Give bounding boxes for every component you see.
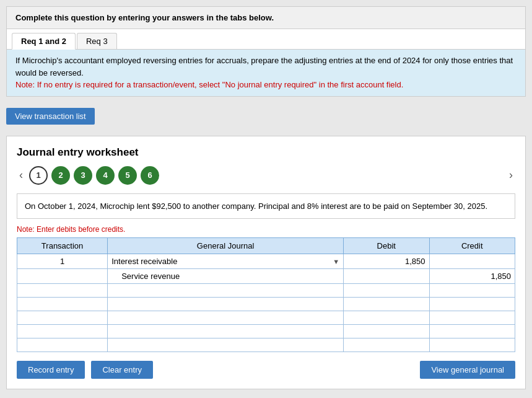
description-box: On October 1, 2024, Microchip lent $92,5… <box>17 193 515 219</box>
view-general-journal-button[interactable]: View general journal <box>420 361 515 379</box>
view-transaction-section: View transaction list <box>6 102 526 131</box>
instruction-text: Complete this question by entering your … <box>15 13 274 22</box>
tab-req-3[interactable]: Req 3 <box>77 33 117 49</box>
instruction-box: Complete this question by entering your … <box>6 6 526 29</box>
table-row: 1 Interest receivable ▼ 1,850 <box>17 254 515 269</box>
info-note-text: Note: If no entry is required for a tran… <box>15 79 517 91</box>
next-arrow-button[interactable]: › <box>507 169 515 182</box>
circle-1[interactable]: 1 <box>29 166 48 185</box>
debit-cell-7[interactable] <box>344 338 429 352</box>
tab-req-1-2[interactable]: Req 1 and 2 <box>12 33 76 50</box>
account-cell-4[interactable] <box>108 298 344 311</box>
record-entry-button[interactable]: Record entry <box>17 361 85 379</box>
page-wrapper: Complete this question by entering your … <box>6 6 526 398</box>
account-text-2: Service revenue <box>121 272 180 281</box>
note-debit-text: Note: Enter debits before credits. <box>17 225 515 234</box>
table-row <box>17 325 515 338</box>
circle-6[interactable]: 6 <box>141 166 159 185</box>
account-text-1: Interest receivable <box>111 257 330 266</box>
account-cell-3[interactable] <box>108 284 344 298</box>
account-cell-6[interactable] <box>108 325 344 338</box>
debit-cell-1[interactable]: 1,850 <box>344 254 429 269</box>
tabs-bar: Req 1 and 2 Req 3 <box>6 29 526 50</box>
clear-entry-button[interactable]: Clear entry <box>91 361 153 379</box>
transaction-num-1: 1 <box>17 254 108 269</box>
account-cell-1[interactable]: Interest receivable ▼ <box>108 254 344 269</box>
credit-cell-2[interactable]: 1,850 <box>429 269 515 284</box>
table-row <box>17 284 515 298</box>
transaction-num-2 <box>17 269 108 284</box>
debit-cell-5[interactable] <box>344 311 429 325</box>
credit-cell-3[interactable] <box>429 284 515 298</box>
info-box: If Microchip's accountant employed rever… <box>6 50 526 97</box>
table-row: Service revenue 1,850 <box>17 269 515 284</box>
col-header-transaction: Transaction <box>17 238 108 254</box>
credit-cell-7[interactable] <box>429 338 515 352</box>
col-header-general-journal: General Journal <box>108 238 344 254</box>
circle-2[interactable]: 2 <box>51 166 70 185</box>
circle-3[interactable]: 3 <box>74 166 92 185</box>
circle-4[interactable]: 4 <box>96 166 115 185</box>
prev-arrow-button[interactable]: ‹ <box>17 169 25 182</box>
table-row <box>17 298 515 311</box>
nav-circles: ‹ 1 2 3 4 5 6 › <box>17 166 515 185</box>
view-transaction-button[interactable]: View transaction list <box>6 108 95 125</box>
col-header-credit: Credit <box>429 238 515 254</box>
journal-table: Transaction General Journal Debit Credit <box>17 237 515 352</box>
bottom-buttons: Record entry Clear entry View general jo… <box>17 361 515 379</box>
col-header-debit: Debit <box>344 238 429 254</box>
worksheet-title: Journal entry worksheet <box>17 146 515 159</box>
credit-cell-1[interactable] <box>429 254 515 269</box>
debit-cell-6[interactable] <box>344 325 429 338</box>
credit-cell-5[interactable] <box>429 311 515 325</box>
worksheet-container: Journal entry worksheet ‹ 1 2 3 4 5 6 <box>6 136 526 390</box>
account-cell-5[interactable] <box>108 311 344 325</box>
credit-cell-4[interactable] <box>429 298 515 311</box>
debit-cell-3[interactable] <box>344 284 429 298</box>
debit-cell-4[interactable] <box>344 298 429 311</box>
table-row <box>17 338 515 352</box>
dropdown-arrow-1[interactable]: ▼ <box>333 258 339 265</box>
credit-cell-6[interactable] <box>429 325 515 338</box>
account-cell-7[interactable] <box>108 338 344 352</box>
circle-5[interactable]: 5 <box>118 166 137 185</box>
debit-cell-2[interactable] <box>344 269 429 284</box>
description-text: On October 1, 2024, Microchip lent $92,5… <box>25 201 487 211</box>
table-row <box>17 311 515 325</box>
info-main-text: If Microchip's accountant employed rever… <box>15 55 517 79</box>
account-cell-2[interactable]: Service revenue <box>108 269 344 284</box>
